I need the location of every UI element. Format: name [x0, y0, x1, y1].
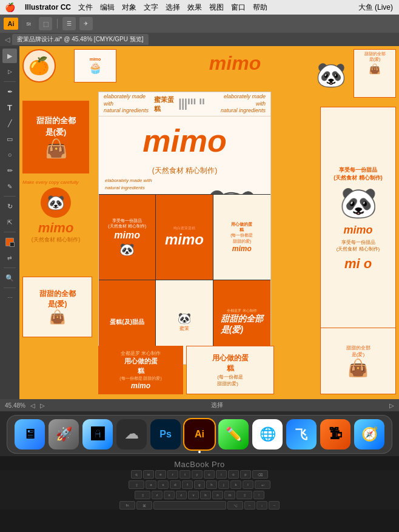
tool-divider-2 — [4, 196, 16, 197]
menu-view[interactable]: 视图 — [209, 2, 224, 13]
key-g[interactable]: g — [194, 480, 205, 489]
toolbar-open[interactable]: ⬚ — [39, 17, 52, 30]
key-alt[interactable]: ⌥ — [227, 501, 243, 510]
key-r[interactable]: r — [167, 470, 178, 479]
tool-brush[interactable]: ✏ — [2, 163, 17, 178]
tool-zoom[interactable]: 🔍 — [2, 271, 17, 285]
status-expand[interactable]: ▷ — [389, 402, 394, 409]
dock-cloud[interactable]: ☁ — [116, 419, 147, 450]
key-h[interactable]: h — [206, 480, 217, 489]
toolbar-new[interactable]: St — [22, 17, 35, 30]
char-top-right: 🐼 — [311, 49, 350, 101]
key-p[interactable]: p — [240, 470, 251, 479]
dock-safari[interactable]: 🧭 — [354, 419, 384, 450]
tool-extra[interactable]: ⋯ — [2, 291, 17, 305]
keyboard: q w e r t y u i o p ⌫ ⇪ a s d f g h j k … — [0, 470, 399, 510]
toolbar-sep1 — [57, 19, 58, 29]
dock-appstore[interactable]: 🅰 — [82, 419, 113, 450]
bottom-right-panel: 用心做的蛋糕 (每一份都是甜甜的爱) — [186, 346, 274, 394]
apple-menu[interactable]: 🍎 — [5, 2, 15, 12]
tool-rotate[interactable]: ↻ — [2, 199, 17, 214]
dock-illustrator[interactable]: Ai — [184, 419, 215, 450]
menu-select[interactable]: 选择 — [166, 2, 180, 13]
artboard-main: elaborately made withnatural ingredients… — [98, 92, 271, 365]
tool-ellipse[interactable]: ○ — [2, 147, 17, 162]
key-row-1: q w e r t y u i o p ⌫ — [131, 470, 268, 479]
menu-type[interactable]: 文字 — [144, 2, 158, 13]
menu-effect[interactable]: 效果 — [187, 2, 202, 13]
key-enter[interactable]: ↩ — [255, 480, 270, 489]
dock-chrome[interactable]: 🌐 — [252, 419, 283, 450]
tool-divider-5 — [4, 288, 16, 288]
toolbar-arrange[interactable]: ☰ — [62, 17, 76, 30]
dock-photoshop[interactable]: Ps — [150, 419, 181, 450]
toolbar-align[interactable]: ✈ — [79, 17, 93, 30]
key-cmd[interactable]: ⌘ — [136, 501, 152, 510]
key-j[interactable]: j — [218, 480, 229, 489]
key-v[interactable]: v — [188, 491, 199, 499]
tool-scale[interactable]: ⇱ — [2, 215, 17, 229]
tool-type[interactable]: T — [2, 100, 17, 115]
dock-feishu[interactable]: 飞 — [286, 419, 317, 450]
menu-object[interactable]: 对象 — [122, 2, 136, 13]
key-left[interactable]: ← — [244, 501, 255, 510]
key-right[interactable]: → — [269, 501, 280, 510]
back-arrow[interactable]: ◁ — [5, 36, 10, 44]
key-i[interactable]: i — [216, 470, 227, 479]
tool-line[interactable]: ╱ — [2, 116, 17, 130]
key-row-4: fn ⌘ ⌥ ← ↓ → — [119, 501, 280, 510]
key-a[interactable]: a — [146, 480, 156, 489]
key-up[interactable]: ↑ — [253, 491, 264, 499]
key-b[interactable]: b — [200, 491, 211, 499]
key-o[interactable]: o — [228, 470, 239, 479]
tool-select[interactable]: ▶ — [2, 49, 17, 63]
nav-prev[interactable]: ◁ — [30, 402, 35, 409]
key-m[interactable]: m — [224, 491, 235, 499]
doc-tab-active[interactable]: 蜜茉品牌设计.ai* @ 45.48% [CMYK/GPU 预览] — [12, 34, 149, 45]
dock-archiver[interactable]: 🗜 — [320, 419, 350, 450]
key-t[interactable]: t — [179, 470, 190, 479]
menu-file[interactable]: 文件 — [78, 2, 93, 13]
nav-next[interactable]: ▷ — [40, 402, 45, 409]
menu-window[interactable]: 窗口 — [231, 2, 246, 13]
key-e[interactable]: e — [155, 470, 166, 479]
key-shift-l[interactable]: ⇧ — [135, 491, 150, 499]
key-q[interactable]: q — [131, 470, 142, 479]
key-d[interactable]: d — [170, 480, 181, 489]
sub-panel-1: 享受每一份甜品(天然食材 精心制作) mimo 🐼 — [99, 195, 156, 280]
key-n[interactable]: n — [212, 491, 223, 499]
dock-launchpad[interactable]: 🚀 — [49, 419, 79, 450]
key-shift-r[interactable]: ⇧ — [236, 491, 252, 499]
key-x[interactable]: x — [164, 491, 175, 499]
tool-divider-4 — [4, 268, 16, 268]
tool-rect[interactable]: ▭ — [2, 132, 17, 146]
key-f[interactable]: f — [182, 480, 193, 489]
key-down[interactable]: ↓ — [256, 501, 267, 510]
bottom-center-panel: 全都是罗 米心制作 用心做的蛋糕 (每一份都是 甜甜的爱) mimo — [98, 346, 183, 394]
key-s[interactable]: s — [158, 480, 169, 489]
key-u[interactable]: u — [204, 470, 215, 479]
dock-finder[interactable]: 🖥 — [15, 419, 45, 450]
tools-panel: ▶ ▷ ✒ T ╱ ▭ ○ ✏ ✎ ↻ ⇱ ⇄ 🔍 ⋯ — [0, 46, 19, 399]
key-w[interactable]: w — [143, 470, 154, 479]
canvas-area[interactable]: 🍊 mimo 🧁 甜甜的全部是(爱) 👜 mimo 🐼 — [19, 46, 399, 399]
tool-direct-select[interactable]: ▷ — [2, 64, 17, 79]
design-canvas: 🍊 mimo 🧁 甜甜的全部是(爱) 👜 mimo 🐼 — [19, 46, 399, 399]
menu-edit[interactable]: 编辑 — [100, 2, 115, 13]
app-name[interactable]: Illustrator CC — [25, 3, 71, 12]
menu-help[interactable]: 帮助 — [253, 2, 267, 13]
key-caps[interactable]: ⇪ — [129, 480, 144, 489]
tool-swap-fill[interactable]: ⇄ — [2, 251, 17, 265]
key-z[interactable]: z — [152, 491, 163, 499]
tool-pen[interactable]: ✒ — [2, 84, 17, 99]
tool-pencil[interactable]: ✎ — [2, 179, 17, 194]
key-k[interactable]: k — [230, 480, 241, 489]
dock-notes[interactable]: ✏️ — [218, 419, 249, 450]
key-c[interactable]: c — [176, 491, 187, 499]
key-l[interactable]: l — [243, 480, 253, 489]
key-backspace[interactable]: ⌫ — [252, 470, 268, 479]
key-space[interactable] — [153, 501, 226, 510]
tool-fill[interactable] — [2, 235, 17, 249]
key-y[interactable]: y — [192, 470, 203, 479]
key-ctrl[interactable]: fn — [119, 501, 135, 510]
